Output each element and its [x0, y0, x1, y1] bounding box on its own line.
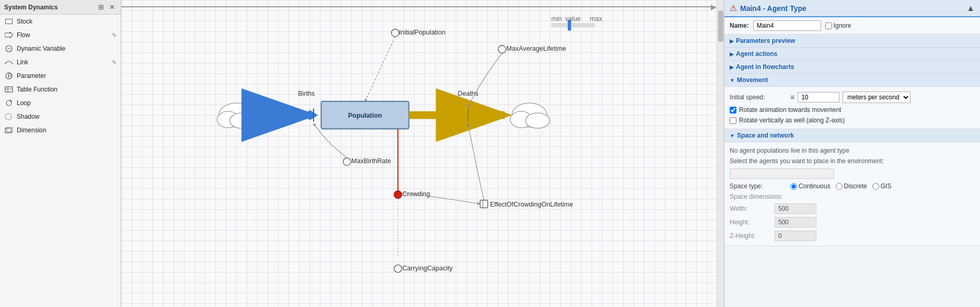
- rotate-animation-row: Rotate animation towards movement: [730, 105, 975, 115]
- sidebar-item-label-flow: Flow: [17, 31, 112, 39]
- sidebar-item-dynamic-variable[interactable]: Dynamic Variable: [0, 42, 121, 55]
- right-panel: ⚠ Main4 - Agent Type ▲ Name: Ignore Para…: [724, 0, 980, 307]
- sidebar-item-flow[interactable]: Flow ✎: [0, 28, 121, 42]
- svg-text:Crowding: Crowding: [402, 190, 430, 198]
- rotate-animation-checkbox[interactable]: [730, 107, 736, 113]
- parameters-preview-header[interactable]: Parameters preview: [724, 35, 980, 48]
- space-dimensions-label: Space dimensions:: [730, 193, 782, 200]
- svg-point-9: [5, 113, 11, 120]
- initial-speed-input[interactable]: [798, 92, 839, 103]
- right-panel-close-btn[interactable]: ▲: [966, 4, 975, 13]
- agent-in-flowcharts-header[interactable]: Agent in flowcharts: [724, 61, 980, 74]
- name-row: Name: Ignore: [724, 17, 980, 35]
- svg-marker-8: [10, 99, 12, 101]
- svg-rect-10: [5, 128, 11, 133]
- no-populations-text: No agent populations live in this agent …: [730, 145, 975, 156]
- svg-text:value: value: [565, 15, 581, 22]
- height-row: Height:: [730, 215, 975, 229]
- agents-select-input[interactable]: [730, 168, 834, 179]
- gis-radio[interactable]: [872, 183, 879, 190]
- canvas-scrollbar[interactable]: [717, 0, 724, 307]
- sidebar-item-edit-link: ✎: [112, 59, 117, 66]
- discrete-radio[interactable]: [836, 183, 843, 190]
- sidebar-item-table-function[interactable]: Table Function: [0, 83, 121, 96]
- space-type-label: Space type:: [730, 183, 787, 190]
- height-input[interactable]: [775, 217, 816, 228]
- link-icon: [4, 58, 14, 67]
- param-icon: P: [4, 71, 14, 81]
- name-input[interactable]: [753, 20, 821, 31]
- sidebar-item-label-shadow: Shadow: [17, 113, 117, 120]
- space-type-radios: Continuous Discrete GIS: [790, 183, 891, 190]
- svg-rect-48: [551, 23, 595, 27]
- svg-text:MaxBirthRate: MaxBirthRate: [351, 157, 391, 165]
- sidebar-item-shadow[interactable]: Shadow: [0, 110, 121, 123]
- ignore-checkbox[interactable]: [825, 22, 832, 29]
- z-height-row: Z-Height:: [730, 229, 975, 243]
- svg-text:min: min: [551, 15, 562, 22]
- sidebar-header-icons: ⊞ ✕: [97, 3, 117, 12]
- right-panel-title: Main4 - Agent Type: [740, 4, 806, 13]
- svg-text:MaxAverageLifetime: MaxAverageLifetime: [506, 45, 566, 52]
- shadow-icon: [4, 112, 14, 121]
- svg-point-29: [526, 113, 550, 128]
- flow-icon: [4, 30, 14, 40]
- stock-icon: [4, 17, 14, 26]
- continuous-radio[interactable]: [790, 183, 797, 190]
- svg-point-32: [391, 29, 399, 37]
- height-label: Height:: [730, 219, 771, 226]
- name-label: Name:: [730, 22, 749, 29]
- width-input[interactable]: [775, 203, 816, 214]
- sidebar-item-dimension[interactable]: Dimension: [0, 123, 121, 137]
- svg-point-18: [230, 113, 254, 128]
- table-function-icon: [4, 85, 14, 94]
- svg-point-35: [498, 46, 506, 53]
- space-and-network-body: No agent populations live in this agent …: [724, 142, 980, 246]
- svg-text:EffectOfCrowdingOnLifetime: EffectOfCrowdingOnLifetime: [490, 201, 573, 208]
- sidebar-item-stock[interactable]: Stock: [0, 15, 121, 28]
- width-label: Width:: [730, 205, 771, 212]
- ignore-label: Ignore: [825, 22, 851, 29]
- scrollbar-thumb: [718, 10, 723, 42]
- z-height-input[interactable]: [775, 231, 816, 241]
- width-row: Width:: [730, 202, 975, 215]
- dimension-icon: [4, 126, 14, 135]
- sidebar-item-loop[interactable]: Loop: [0, 96, 121, 110]
- sidebar-item-link[interactable]: Link ✎: [0, 55, 121, 69]
- top-arrow-line: [121, 6, 716, 7]
- speed-unit-select[interactable]: meters per second km per hour: [843, 92, 910, 103]
- movement-header[interactable]: Movement: [724, 74, 980, 87]
- sidebar-grid-btn[interactable]: ⊞: [97, 3, 106, 12]
- svg-rect-5: [5, 87, 13, 92]
- sidebar-item-edit-flow: ✎: [112, 32, 117, 39]
- svg-line-34: [365, 37, 395, 101]
- svg-point-37: [343, 158, 351, 166]
- svg-text:Deaths: Deaths: [458, 90, 479, 97]
- sidebar-header: System Dynamics ⊞ ✕: [0, 0, 121, 15]
- svg-text:Population: Population: [348, 112, 382, 119]
- svg-text:Births: Births: [298, 90, 315, 97]
- rotate-vertically-checkbox[interactable]: [730, 117, 736, 124]
- svg-text:InitialPopulation: InitialPopulation: [399, 29, 445, 36]
- speed-icon: ≡: [790, 93, 794, 101]
- gis-radio-label: GIS: [872, 183, 892, 190]
- space-dimensions-row: Space dimensions:: [730, 191, 975, 202]
- sidebar-item-label-table: Table Function: [17, 86, 117, 93]
- space-and-network-header[interactable]: Space and network: [724, 129, 980, 142]
- sidebar-item-parameter[interactable]: P Parameter: [0, 69, 121, 83]
- discrete-radio-label: Discrete: [836, 183, 867, 190]
- svg-marker-0: [5, 32, 13, 38]
- svg-point-46: [394, 265, 402, 272]
- initial-speed-row: Initial speed: ≡ meters per second km pe…: [730, 90, 975, 105]
- svg-rect-43: [480, 200, 488, 208]
- sidebar-close-btn[interactable]: ✕: [108, 3, 117, 12]
- canvas-area[interactable]: ▶ Population: [121, 0, 724, 307]
- sidebar-item-label-dimension: Dimension: [17, 127, 117, 134]
- svg-rect-11: [7, 127, 13, 132]
- select-agents-text: Select the agents you want to place in t…: [730, 156, 975, 166]
- sidebar-item-label-loop: Loop: [17, 99, 117, 107]
- svg-text:CarryingCapacity: CarryingCapacity: [402, 265, 453, 272]
- space-type-row: Space type: Continuous Discrete GIS: [730, 181, 975, 191]
- agent-actions-header[interactable]: Agent actions: [724, 48, 980, 61]
- sidebar: System Dynamics ⊞ ✕ Stock Flow ✎ Dynamic…: [0, 0, 121, 307]
